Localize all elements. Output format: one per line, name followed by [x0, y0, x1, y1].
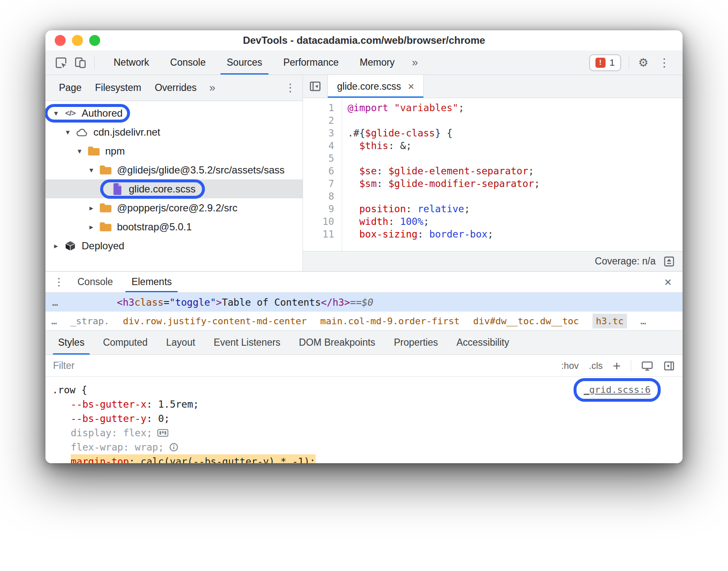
rendering-emulation-icon[interactable]	[641, 360, 653, 372]
more-panels-button[interactable]: »	[405, 51, 425, 75]
file-tree: ▾</>Authored▾cdn.jsdelivr.net▾npm▾@glide…	[45, 101, 303, 271]
sidebar-tab-styles[interactable]: Styles	[49, 331, 94, 355]
line-number[interactable]: 2	[303, 114, 342, 127]
line-number[interactable]: 3	[303, 127, 342, 139]
close-window-button[interactable]	[55, 35, 66, 46]
css-selector[interactable]: .row {	[52, 383, 87, 397]
devtools-menu-button[interactable]: ⋮	[657, 56, 672, 69]
drawer: ⋮ ConsoleElements × … <h3 class="toggle"…	[45, 272, 683, 463]
line-number[interactable]: 9	[303, 203, 342, 215]
expanded-arrow-icon[interactable]: ▾	[73, 147, 86, 156]
devtools-window: DevTools - datacadamia.com/web/browser/c…	[45, 30, 683, 463]
toolbar-tab-network[interactable]: Network	[103, 51, 159, 75]
toolbar-right: ! 1 ⚙ ⋮	[589, 51, 683, 75]
line-number[interactable]: 5	[303, 152, 342, 165]
minimize-window-button[interactable]	[72, 35, 83, 46]
collapsed-arrow-icon[interactable]: ▸	[85, 203, 98, 213]
line-number[interactable]: 11	[303, 228, 342, 240]
navigator-tab-filesystem[interactable]: Filesystem	[88, 75, 148, 101]
file-icon	[109, 183, 125, 195]
style-declaration[interactable]: display: flex;	[52, 426, 675, 440]
sidebar-tab-computed[interactable]: Computed	[94, 331, 157, 355]
toolbar-tab-sources[interactable]: Sources	[216, 51, 273, 75]
tree-item-label: @glidejs/glide@3.5.2/src/assets/sass	[117, 164, 284, 176]
expanded-arrow-icon[interactable]: ▾	[85, 165, 98, 175]
breadcrumb-item[interactable]: main.col-md-9.order-first	[320, 316, 460, 326]
editor-tab-glide-core-scss[interactable]: glide.core.scss ×	[327, 75, 424, 98]
line-number[interactable]: 8	[303, 190, 342, 203]
sources-panel: PageFilesystemOverrides » ⋮ ▾</>Authored…	[45, 75, 683, 272]
style-source-link[interactable]: _grid.scss:6	[584, 383, 651, 397]
tree-item-authored[interactable]: ▾</>Authored	[45, 104, 303, 123]
style-declaration[interactable]: flex-wrap: wrap;	[52, 440, 675, 454]
settings-button[interactable]: ⚙	[637, 56, 650, 69]
device-toolbar-button[interactable]	[71, 51, 90, 75]
annotation-ring: ▾</>Authored	[50, 107, 122, 119]
tree-item-bootstrap-5-0-1[interactable]: ▸bootstrap@5.0.1	[45, 217, 303, 236]
sidebar-tab-properties[interactable]: Properties	[385, 331, 447, 355]
code-text	[342, 190, 348, 203]
toggle-navigator-button[interactable]	[303, 75, 327, 98]
tree-item-cdn-jsdelivr-net[interactable]: ▾cdn.jsdelivr.net	[45, 123, 303, 141]
styles-filter-input[interactable]	[53, 360, 561, 371]
style-declaration[interactable]: --bs-gutter-x: 1.5rem;	[52, 397, 675, 411]
navigator-tab-page[interactable]: Page	[52, 75, 88, 101]
code-editor[interactable]: 1@import "variables";23.#{$glide-class} …	[303, 98, 683, 251]
tree-item--popperjs-core-2-9-2-src[interactable]: ▸@popperjs/core@2.9.2/src	[45, 198, 303, 217]
sidebar-tab-dom-breakpoints[interactable]: DOM Breakpoints	[290, 331, 385, 355]
navigator-more-tabs-button[interactable]: »	[203, 81, 221, 94]
expanded-arrow-icon[interactable]: ▾	[61, 128, 74, 137]
toggle-element-state-button[interactable]: :hov	[561, 360, 579, 371]
sidebar-toggle-icon[interactable]	[663, 360, 675, 372]
toolbar-tab-memory[interactable]: Memory	[349, 51, 405, 75]
maximize-window-button[interactable]	[89, 35, 100, 46]
tree-item--glidejs-glide-3-5-2-src-assets-sass[interactable]: ▾@glidejs/glide@3.5.2/src/assets/sass	[45, 160, 303, 179]
breadcrumb-item[interactable]: div#dw__toc.dw__toc	[473, 316, 579, 326]
main-toolbar: NetworkConsoleSourcesPerformanceMemory »…	[45, 51, 683, 75]
sidebar-tab-layout[interactable]: Layout	[157, 331, 205, 355]
drawer-tab-console[interactable]: Console	[68, 272, 122, 292]
info-icon[interactable]	[169, 443, 178, 452]
selected-dom-element-row[interactable]: … <h3 class="toggle">Table of Contents</…	[45, 293, 683, 312]
breadcrumb-item[interactable]: h3.tc	[592, 314, 627, 328]
close-drawer-button[interactable]: ×	[664, 275, 678, 289]
collapsed-arrow-icon[interactable]: ▸	[85, 222, 98, 232]
expanded-arrow-icon[interactable]: ▾	[50, 109, 62, 118]
tree-item-deployed[interactable]: ▸Deployed	[45, 236, 303, 255]
breadcrumb-overflow-left[interactable]: …	[51, 316, 57, 326]
styles-filter-row: :hov .cls +	[45, 355, 683, 377]
sidebar-tab-accessibility[interactable]: Accessibility	[447, 331, 518, 355]
tree-item-npm[interactable]: ▾npm	[45, 141, 303, 160]
toolbar-tab-console[interactable]: Console	[159, 51, 216, 75]
error-badge[interactable]: ! 1	[589, 54, 621, 71]
flex-editor-icon[interactable]	[157, 429, 168, 437]
style-declaration[interactable]: margin-top: calc(var(--bs-gutter-y) * -1…	[52, 454, 675, 463]
line-number[interactable]: 4	[303, 139, 342, 152]
drawer-menu-button[interactable]: ⋮	[50, 272, 68, 292]
line-number[interactable]: 7	[303, 177, 342, 190]
new-style-rule-button[interactable]: +	[613, 359, 621, 373]
sidebar-tab-event-listeners[interactable]: Event Listeners	[205, 331, 290, 355]
breadcrumb-item[interactable]: _strap.	[70, 316, 109, 326]
drawer-tab-elements[interactable]: Elements	[122, 272, 181, 292]
line-number[interactable]: 1	[303, 101, 342, 114]
line-number[interactable]: 10	[303, 215, 342, 228]
code-line: 9 position: relative;	[303, 203, 683, 215]
breadcrumb-item[interactable]: div.row.justify-content-md-center	[123, 316, 307, 326]
inspect-element-button[interactable]	[51, 51, 71, 75]
code-line: 8	[303, 190, 683, 203]
navigator-tab-overrides[interactable]: Overrides	[148, 75, 204, 101]
open-coverage-icon[interactable]	[663, 256, 675, 267]
breadcrumb-overflow-right[interactable]: …	[640, 316, 646, 326]
code-text: @import "variables";	[342, 101, 464, 114]
tree-item-glide-core-scss[interactable]: glide.core.scss	[45, 179, 303, 198]
line-number[interactable]: 6	[303, 165, 342, 177]
element-classes-button[interactable]: .cls	[589, 360, 603, 371]
style-declaration[interactable]: --bs-gutter-y: 0;	[52, 411, 675, 426]
styles-pane: .row { _grid.scss:6 --bs-gutter-x: 1.5re…	[45, 377, 683, 463]
collapsed-arrow-icon[interactable]: ▸	[50, 241, 62, 251]
navigator-menu-button[interactable]: ⋮	[285, 81, 296, 94]
toolbar-tab-performance[interactable]: Performance	[273, 51, 349, 75]
panel-left-icon	[309, 80, 321, 93]
close-tab-button[interactable]: ×	[408, 80, 414, 93]
